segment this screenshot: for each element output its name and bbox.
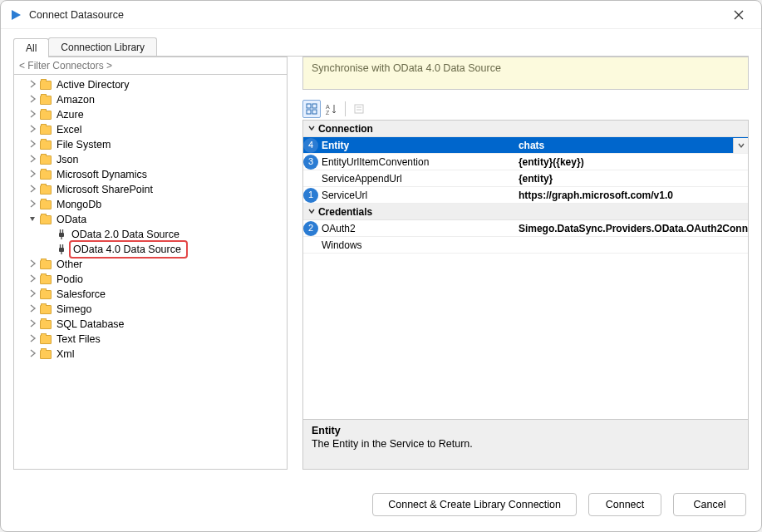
property-row-windows[interactable]: Windows <box>303 237 748 254</box>
folder-icon <box>40 290 52 299</box>
app-icon <box>9 8 22 22</box>
tree-folder-salesforce[interactable]: Salesforce <box>14 287 287 302</box>
folder-icon <box>40 215 52 224</box>
folder-icon <box>40 111 52 120</box>
connectors-tree[interactable]: Active DirectoryAmazonAzureExcelFile Sys… <box>13 75 288 470</box>
tree-folder-azure[interactable]: Azure <box>14 107 287 122</box>
chevron-down-icon[interactable] <box>305 123 318 135</box>
tree-folder-json[interactable]: Json <box>14 152 287 167</box>
property-row-serviceurl[interactable]: 1ServiceUrlhttps://graph.microsoft.com/v… <box>303 187 748 204</box>
chevron-right-icon[interactable] <box>28 95 38 105</box>
property-value[interactable]: https://graph.microsoft.com/v1.0 <box>514 190 748 201</box>
property-toolbar: AZ <box>302 98 749 120</box>
tabs-area: All Connection Library <box>1 29 761 57</box>
step-badge: 1 <box>303 188 318 203</box>
chevron-right-icon[interactable] <box>28 140 38 150</box>
tab-all[interactable]: All <box>13 38 49 57</box>
chevron-right-icon[interactable] <box>28 200 38 209</box>
datasource-icon <box>57 244 66 254</box>
connectors-panel: < Filter Connectors > Active DirectoryAm… <box>13 57 288 470</box>
chevron-down-icon[interactable] <box>305 206 318 218</box>
chevron-right-icon[interactable] <box>28 349 38 359</box>
svg-text:Z: Z <box>326 110 330 115</box>
folder-icon <box>40 200 52 209</box>
tree-folder-microsoft-dynamics[interactable]: Microsoft Dynamics <box>14 167 287 182</box>
chevron-right-icon[interactable] <box>28 319 38 329</box>
property-name: OAuth2 <box>318 223 514 234</box>
tree-folder-excel[interactable]: Excel <box>14 122 287 137</box>
property-value[interactable]: chats <box>514 140 733 151</box>
svg-text:A: A <box>326 104 330 110</box>
dialog-footer: Connect & Create Library Connection Conn… <box>1 478 761 531</box>
chevron-right-icon[interactable] <box>28 259 38 269</box>
property-grid: Connection4Entitychats3EntityUrlItemConv… <box>302 120 749 420</box>
titlebar: Connect Datasource <box>1 1 761 29</box>
tree-folder-microsoft-sharepoint[interactable]: Microsoft SharePoint <box>14 182 287 197</box>
chevron-right-icon[interactable] <box>28 110 38 120</box>
folder-icon <box>40 350 52 359</box>
property-row-oauth2[interactable]: 2OAuth2Simego.DataSync.Providers.OData.O… <box>303 220 748 237</box>
chevron-right-icon[interactable] <box>28 185 38 195</box>
tree-folder-simego[interactable]: Simego <box>14 302 287 317</box>
property-value[interactable]: Simego.DataSync.Providers.OData.OAuth2Co… <box>514 223 748 234</box>
filter-connectors-input[interactable]: < Filter Connectors > <box>13 57 288 75</box>
dropdown-button[interactable] <box>733 138 748 153</box>
close-button[interactable] <box>725 4 753 26</box>
connect-create-library-button[interactable]: Connect & Create Library Connection <box>372 493 577 516</box>
chevron-right-icon[interactable] <box>28 274 38 284</box>
folder-icon <box>40 335 52 344</box>
chevron-right-icon[interactable] <box>28 125 38 135</box>
chevron-right-icon[interactable] <box>28 304 38 314</box>
property-name: ServiceUrl <box>318 190 514 201</box>
property-description-title: Entity <box>312 425 740 436</box>
folder-icon <box>40 170 52 180</box>
folder-icon <box>40 260 52 269</box>
tree-folder-sql-database[interactable]: SQL Database <box>14 317 287 332</box>
svg-rect-10 <box>312 104 317 108</box>
cancel-button[interactable]: Cancel <box>673 493 746 516</box>
svg-marker-0 <box>12 10 21 20</box>
tab-connection-library[interactable]: Connection Library <box>48 37 157 57</box>
alphabetical-view-button[interactable]: AZ <box>322 100 341 118</box>
chevron-down-icon[interactable] <box>28 214 38 224</box>
folder-icon <box>40 305 52 314</box>
chevron-right-icon[interactable] <box>28 170 38 180</box>
datasource-icon <box>57 229 66 239</box>
chevron-right-icon[interactable] <box>28 289 38 299</box>
connect-button[interactable]: Connect <box>588 493 661 516</box>
svg-rect-11 <box>307 110 311 114</box>
chevron-right-icon[interactable] <box>28 334 38 344</box>
svg-rect-9 <box>307 104 311 108</box>
tree-folder-text-files[interactable]: Text Files <box>14 332 287 347</box>
chevron-right-icon[interactable] <box>28 155 38 165</box>
folder-icon <box>40 320 52 329</box>
folder-icon <box>40 81 52 90</box>
property-group-connection[interactable]: Connection <box>303 121 748 137</box>
folder-icon <box>40 185 52 195</box>
tree-folder-amazon[interactable]: Amazon <box>14 92 287 107</box>
property-row-entityurlitemconvention[interactable]: 3EntityUrlItemConvention{entity}({key}) <box>303 154 748 170</box>
folder-icon <box>40 96 52 105</box>
properties-panel: Synchronise with OData 4.0 Data Source A… <box>302 57 749 470</box>
tree-folder-mongodb[interactable]: MongoDb <box>14 197 287 212</box>
folder-icon <box>40 140 52 150</box>
tree-item-odata-4-0-data-source[interactable]: OData 4.0 Data Source <box>14 242 287 257</box>
folder-icon <box>40 126 52 135</box>
property-name: EntityUrlItemConvention <box>318 156 514 168</box>
chevron-right-icon[interactable] <box>28 80 38 90</box>
folder-icon <box>40 155 52 165</box>
tree-folder-odata[interactable]: OData <box>14 212 287 227</box>
tree-folder-active-directory[interactable]: Active Directory <box>14 77 287 92</box>
property-group-credentials[interactable]: Credentials <box>303 204 748 220</box>
tree-folder-xml[interactable]: Xml <box>14 347 287 362</box>
property-value[interactable]: {entity} <box>514 173 748 185</box>
tree-folder-podio[interactable]: Podio <box>14 272 287 287</box>
property-row-entity[interactable]: 4Entitychats <box>303 137 748 154</box>
property-row-serviceappendurl[interactable]: ServiceAppendUrl{entity} <box>303 170 748 187</box>
svg-rect-12 <box>312 110 317 114</box>
tree-folder-file-system[interactable]: File System <box>14 137 287 152</box>
tree-folder-other[interactable]: Other <box>14 257 287 272</box>
categorized-view-button[interactable] <box>302 100 321 118</box>
property-pages-button[interactable] <box>350 100 368 118</box>
property-value[interactable]: {entity}({key}) <box>514 156 748 168</box>
